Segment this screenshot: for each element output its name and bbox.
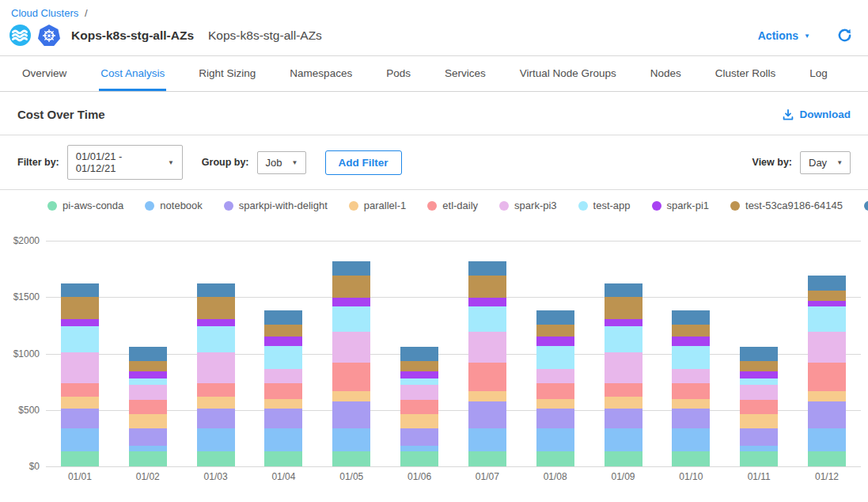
bar-segment-test-pkix[interactable] <box>61 283 99 297</box>
bar-segment-test-53ca9186-64145[interactable] <box>672 325 710 337</box>
breadcrumb-link-cloud-clusters[interactable]: Cloud Clusters <box>11 7 78 19</box>
bar-segment-etl-daily[interactable] <box>536 383 574 398</box>
bar-segment-spark-pi3[interactable] <box>672 369 710 383</box>
bar-segment-parallel-1[interactable] <box>332 391 370 401</box>
bar-segment-spark-pi3[interactable] <box>468 332 506 362</box>
bar-segment-spark-pi1[interactable] <box>740 371 778 378</box>
legend-item-notebook[interactable]: notebook <box>145 200 203 211</box>
bar-segment-spark-pi3[interactable] <box>740 385 778 400</box>
bar-segment-spark-pi3[interactable] <box>536 369 574 383</box>
tab-log[interactable]: Log <box>808 56 829 91</box>
bar-segment-test-53ca9186-64145[interactable] <box>605 297 642 320</box>
bar-segment-pi-aws-conda[interactable] <box>605 451 642 466</box>
group-by-select[interactable]: Job ▼ <box>257 151 306 174</box>
legend-item-pi-aws-conda[interactable]: pi-aws-conda <box>47 200 123 211</box>
bar-segment-test-pkix[interactable] <box>468 261 506 276</box>
bar-segment-etl-daily[interactable] <box>808 363 846 391</box>
bar-segment-parallel-1[interactable] <box>808 391 846 401</box>
bar-segment-notebook[interactable] <box>740 446 778 451</box>
bar-segment-test-53ca9186-64145[interactable] <box>740 361 778 371</box>
date-range-select[interactable]: 01/01/21 - 01/12/21 ▼ <box>67 145 183 180</box>
bar-segment-spark-pi1[interactable] <box>197 319 235 326</box>
bar-segment-test-53ca9186-64145[interactable] <box>332 276 370 298</box>
actions-button[interactable]: Actions ▼ <box>758 29 810 42</box>
bar-segment-etl-daily[interactable] <box>468 363 506 391</box>
bar-segment-test-53ca9186-64145[interactable] <box>808 291 846 301</box>
legend-item-spark-pi3[interactable]: spark-pi3 <box>499 200 556 211</box>
tab-overview[interactable]: Overview <box>21 56 68 91</box>
bar-segment-spark-pi1[interactable] <box>468 298 506 306</box>
bar-segment-etl-daily[interactable] <box>129 400 167 415</box>
bar-segment-test-53ca9186-64145[interactable] <box>264 325 302 337</box>
bar-segment-sparkpi-with-delight[interactable] <box>332 401 370 428</box>
bar-segment-pi-aws-conda[interactable] <box>264 451 302 466</box>
bar-segment-test-53ca9186-64145[interactable] <box>400 361 438 371</box>
tab-services[interactable]: Services <box>443 56 487 91</box>
bar-segment-sparkpi-with-delight[interactable] <box>536 409 574 428</box>
bar-segment-spark-pi1[interactable] <box>536 337 574 345</box>
bar-segment-pi-aws-conda[interactable] <box>197 451 235 466</box>
bar-segment-test-53ca9186-64145[interactable] <box>129 361 167 371</box>
bar-segment-etl-daily[interactable] <box>61 383 99 397</box>
bar-segment-spark-pi3[interactable] <box>61 352 99 382</box>
bar-segment-notebook[interactable] <box>61 428 99 451</box>
bar-segment-sparkpi-with-delight[interactable] <box>400 428 438 447</box>
bar-segment-parallel-1[interactable] <box>197 397 235 409</box>
bar-segment-etl-daily[interactable] <box>605 383 642 397</box>
bar-segment-parallel-1[interactable] <box>740 414 778 428</box>
bar-segment-test-53ca9186-64145[interactable] <box>536 325 574 337</box>
bar-segment-test-app[interactable] <box>332 306 370 332</box>
tab-namespaces[interactable]: Namespaces <box>288 56 354 91</box>
bar-segment-sparkpi-with-delight[interactable] <box>61 409 99 429</box>
bar-segment-spark-pi3[interactable] <box>197 352 235 382</box>
bar-segment-test-app[interactable] <box>468 306 506 332</box>
bar-segment-sparkpi-with-delight[interactable] <box>740 428 778 447</box>
bar-segment-test-pkix[interactable] <box>536 310 574 325</box>
bar-segment-test-53ca9186-64145[interactable] <box>468 276 506 298</box>
bar-segment-test-pkix[interactable] <box>332 261 370 276</box>
download-button[interactable]: Download <box>782 108 851 121</box>
bar-segment-pi-aws-conda[interactable] <box>808 451 846 466</box>
bar-segment-spark-pi3[interactable] <box>808 332 846 363</box>
bar-segment-spark-pi1[interactable] <box>605 319 642 326</box>
bar-segment-test-pkix[interactable] <box>672 310 710 325</box>
bar-segment-spark-pi3[interactable] <box>264 369 302 383</box>
bar-segment-test-pkix[interactable] <box>808 276 846 291</box>
bar-segment-pi-aws-conda[interactable] <box>61 451 99 466</box>
tab-virtual-node-groups[interactable]: Virtual Node Groups <box>518 56 618 91</box>
bar-segment-test-pkix[interactable] <box>129 347 167 361</box>
bar-segment-spark-pi1[interactable] <box>129 371 167 378</box>
bar-segment-test-pkix[interactable] <box>197 283 235 297</box>
bar-segment-notebook[interactable] <box>400 446 438 451</box>
legend-item-spark-pi1[interactable]: spark-pi1 <box>652 200 709 211</box>
bar-segment-pi-aws-conda[interactable] <box>332 451 370 466</box>
bar-segment-test-app[interactable] <box>740 378 778 385</box>
bar-segment-sparkpi-with-delight[interactable] <box>605 409 642 429</box>
bar-segment-sparkpi-with-delight[interactable] <box>129 428 167 447</box>
bar-segment-test-app[interactable] <box>400 378 438 385</box>
legend-item-test-53ca9186-64145[interactable]: test-53ca9186-64145 <box>730 200 843 211</box>
bar-segment-notebook[interactable] <box>264 428 302 452</box>
bar-segment-notebook[interactable] <box>536 428 574 452</box>
bar-segment-spark-pi1[interactable] <box>61 319 99 326</box>
bar-segment-spark-pi3[interactable] <box>400 385 438 400</box>
bar-segment-spark-pi1[interactable] <box>808 301 846 307</box>
tab-nodes[interactable]: Nodes <box>649 56 683 91</box>
bar-segment-sparkpi-with-delight[interactable] <box>264 409 302 428</box>
tab-cost-analysis[interactable]: Cost Analysis <box>99 56 166 91</box>
bar-segment-notebook[interactable] <box>332 428 370 451</box>
bar-segment-test-53ca9186-64145[interactable] <box>197 297 235 320</box>
legend-item-sparkpi-with-delight[interactable]: sparkpi-with-delight <box>224 200 328 211</box>
bar-segment-pi-aws-conda[interactable] <box>129 451 167 466</box>
legend-item-test-app[interactable]: test-app <box>578 200 631 211</box>
bar-segment-pi-aws-conda[interactable] <box>400 451 438 466</box>
bar-segment-test-app[interactable] <box>672 346 710 370</box>
bar-segment-sparkpi-with-delight[interactable] <box>468 401 506 428</box>
bar-segment-test-app[interactable] <box>129 378 167 385</box>
bar-segment-notebook[interactable] <box>808 428 846 451</box>
bar-segment-notebook[interactable] <box>468 428 506 451</box>
bar-segment-parallel-1[interactable] <box>400 414 438 428</box>
bar-segment-parallel-1[interactable] <box>672 399 710 409</box>
legend-item-etl-daily[interactable]: etl-daily <box>427 200 478 211</box>
bar-segment-test-app[interactable] <box>197 326 235 352</box>
